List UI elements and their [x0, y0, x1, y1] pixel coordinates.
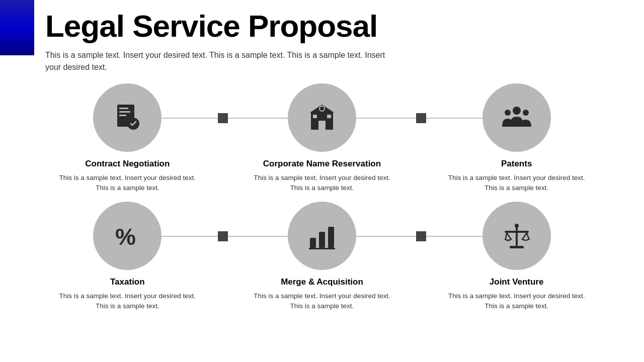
- svg-rect-18: [328, 227, 334, 248]
- content-area: Contract Negotiation This is a sample te…: [0, 73, 644, 311]
- items-row-2: % Taxation This is a sample text. Insert…: [30, 202, 614, 312]
- merge-acquisition-title: Merge & Acquisition: [281, 277, 363, 287]
- item-taxation: % Taxation This is a sample text. Insert…: [47, 202, 208, 312]
- contract-negotiation-title: Contract Negotiation: [85, 159, 170, 169]
- svg-rect-8: [313, 115, 317, 118]
- item-patents: Patents This is a sample text. Insert yo…: [436, 83, 597, 194]
- svg-rect-22: [505, 231, 529, 233]
- item-merge-acquisition: Merge & Acquisition This is a sample tex…: [242, 202, 403, 312]
- circle-patents: [482, 83, 551, 152]
- svg-rect-19: [309, 248, 335, 249]
- row-1: Contract Negotiation This is a sample te…: [30, 83, 614, 194]
- svg-rect-20: [516, 226, 518, 246]
- page-subtitle: This is a sample text. Insert your desir…: [45, 49, 387, 73]
- item-contract-negotiation: Contract Negotiation This is a sample te…: [47, 83, 208, 194]
- svg-point-14: [523, 110, 529, 116]
- svg-rect-3: [119, 115, 126, 116]
- svg-rect-1: [119, 108, 128, 109]
- circle-joint-venture: [482, 202, 551, 270]
- svg-point-13: [505, 110, 511, 116]
- patents-title: Patents: [501, 159, 532, 169]
- svg-text:%: %: [115, 224, 136, 250]
- merge-acquisition-text: This is a sample text. Insert your desir…: [249, 291, 395, 312]
- svg-line-25: [523, 233, 527, 239]
- circle-corporate-name-reservation: [288, 83, 356, 152]
- circle-taxation: %: [93, 202, 162, 270]
- svg-rect-9: [327, 115, 331, 118]
- joint-venture-title: Joint Venture: [490, 277, 544, 287]
- svg-point-12: [513, 107, 521, 115]
- items-row-1: Contract Negotiation This is a sample te…: [30, 83, 614, 194]
- svg-line-24: [507, 233, 511, 239]
- svg-rect-2: [119, 111, 130, 113]
- svg-rect-21: [510, 246, 524, 248]
- svg-rect-7: [318, 121, 326, 130]
- percent-icon: %: [111, 220, 143, 252]
- patents-text: This is a sample text. Insert your desir…: [444, 173, 590, 194]
- taxation-title: Taxation: [110, 277, 145, 287]
- row-2: % Taxation This is a sample text. Insert…: [30, 202, 614, 312]
- item-corporate-name-reservation: Corporate Name Reservation This is a sam…: [242, 83, 403, 194]
- people-icon: [501, 102, 533, 134]
- scale-icon: [501, 220, 533, 252]
- contract-icon: [111, 102, 143, 134]
- header-section: Legal Service Proposal This is a sample …: [0, 0, 644, 73]
- svg-line-26: [527, 233, 529, 239]
- corporate-name-reservation-text: This is a sample text. Insert your desir…: [249, 173, 395, 194]
- circle-merge-acquisition: [288, 202, 356, 270]
- item-joint-venture: Joint Venture This is a sample text. Ins…: [436, 202, 597, 312]
- taxation-text: This is a sample text. Insert your desir…: [54, 291, 200, 312]
- accent-bar: [0, 0, 34, 55]
- corporate-name-reservation-title: Corporate Name Reservation: [263, 159, 381, 169]
- contract-negotiation-text: This is a sample text. Insert your desir…: [54, 173, 200, 194]
- building-icon: [306, 102, 338, 134]
- svg-point-27: [515, 224, 519, 228]
- joint-venture-text: This is a sample text. Insert your desir…: [444, 291, 590, 312]
- svg-rect-16: [310, 238, 316, 248]
- svg-rect-17: [319, 232, 325, 248]
- page-title: Legal Service Proposal: [45, 9, 599, 43]
- svg-point-11: [320, 107, 324, 111]
- circle-contract-negotiation: [93, 83, 162, 152]
- chart-icon: [306, 220, 338, 252]
